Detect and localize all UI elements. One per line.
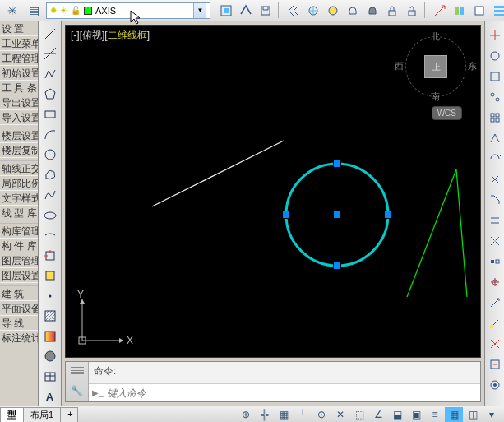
status-ducs-icon[interactable]: ⬓ — [388, 407, 406, 422]
rectangle-tool[interactable] — [40, 105, 60, 123]
menu-item[interactable]: 工程管理 — [0, 51, 38, 66]
region-tool[interactable] — [40, 348, 60, 366]
menu-item[interactable]: 文字样式 — [0, 191, 38, 206]
layer-properties-icon[interactable]: ▤ — [25, 2, 43, 20]
layer-on-icon[interactable] — [344, 2, 362, 20]
layer-tool-b-icon[interactable] — [451, 2, 469, 20]
status-ortho-icon[interactable]: └ — [294, 407, 312, 422]
tab-model[interactable]: 型 — [0, 407, 24, 422]
menu-item[interactable]: 工 具 条 — [0, 81, 38, 95]
viewcube-north[interactable]: 北 — [431, 30, 440, 43]
text-tool[interactable]: A — [40, 388, 60, 406]
status-grid-icon[interactable]: ▦ — [275, 407, 293, 422]
cmd-handle-icon[interactable] — [71, 367, 84, 375]
table-tool[interactable] — [40, 368, 60, 386]
status-infer-icon[interactable]: ⊕ — [237, 407, 255, 422]
point-tool[interactable] — [40, 287, 60, 305]
menu-item[interactable]: 局部比例 — [0, 176, 38, 191]
rtool-13[interactable] — [485, 273, 505, 291]
status-qp-icon[interactable]: ◫ — [464, 407, 482, 422]
rtool-15[interactable] — [485, 314, 505, 332]
menu-item[interactable]: 初始设置 — [0, 66, 38, 81]
status-dyn-icon[interactable]: ▣ — [407, 407, 425, 422]
layer-save-icon[interactable] — [257, 2, 275, 20]
drawing-canvas[interactable]: [-][俯视][二维线框] 上 北 南 西 东 WCS — [65, 25, 481, 358]
status-snap-icon[interactable]: ╬ — [256, 407, 274, 422]
rtool-10[interactable] — [485, 211, 505, 230]
layer-tool-d-icon[interactable] — [490, 2, 504, 20]
arc-tool[interactable] — [40, 126, 60, 144]
ellipse-tool[interactable] — [40, 206, 60, 225]
grip-top[interactable] — [333, 160, 341, 168]
menu-item[interactable]: 导入设置 — [0, 110, 38, 125]
rtool-18[interactable] — [485, 376, 505, 394]
gradient-tool[interactable] — [40, 327, 60, 345]
layer-tool-a-icon[interactable] — [431, 2, 449, 20]
polyline-tool[interactable] — [40, 65, 60, 83]
rtool-2[interactable] — [485, 47, 505, 65]
grip-bottom[interactable] — [333, 262, 341, 270]
drawn-line[interactable] — [148, 137, 288, 211]
status-tpy-icon[interactable]: ▦ — [445, 407, 463, 422]
menu-item[interactable]: 建 筑 — [0, 286, 38, 301]
status-sc-icon[interactable]: ▾ — [483, 407, 501, 422]
wcs-badge[interactable]: WCS — [432, 106, 462, 120]
hatch-tool[interactable] — [40, 307, 60, 325]
layer-dropdown[interactable]: ✹ ☀ 🔓 AXIS ▼ — [46, 2, 210, 19]
layer-match-icon[interactable] — [237, 2, 255, 20]
insert-block-tool[interactable] — [40, 247, 60, 265]
line-tool[interactable] — [40, 25, 60, 43]
rtool-16[interactable] — [485, 335, 505, 353]
layer-prev-icon[interactable] — [284, 2, 303, 20]
rtool-8[interactable] — [485, 170, 505, 188]
make-block-tool[interactable] — [40, 267, 60, 285]
status-3dosnap-icon[interactable]: ⬚ — [350, 407, 368, 422]
layer-thaw-icon[interactable] — [324, 2, 342, 20]
rtool-5[interactable] — [485, 109, 505, 127]
status-otrack-icon[interactable]: ∠ — [369, 407, 387, 422]
xline-tool[interactable] — [40, 45, 60, 63]
layer-off-icon[interactable] — [363, 2, 381, 20]
menu-item[interactable]: 构库管理 — [0, 224, 38, 239]
rtool-14[interactable] — [485, 294, 505, 312]
menu-item[interactable]: 设 置 — [0, 21, 38, 36]
layer-states-icon[interactable] — [217, 2, 235, 20]
polygon-tool[interactable] — [40, 86, 60, 104]
menu-item[interactable]: 导 线 — [0, 316, 38, 331]
spline-tool[interactable] — [40, 186, 60, 204]
status-polar-icon[interactable]: ⊙ — [312, 407, 331, 422]
status-osnap-icon[interactable]: ✕ — [331, 407, 349, 422]
layer-tool-c-icon[interactable] — [470, 2, 488, 20]
layer-unlock-icon[interactable] — [403, 2, 421, 20]
rtool-11[interactable] — [485, 232, 505, 250]
rtool-12[interactable] — [485, 253, 505, 271]
rtool-6[interactable] — [485, 129, 505, 147]
tab-add[interactable]: + — [60, 407, 78, 422]
rtool-17[interactable] — [485, 355, 505, 373]
menu-item[interactable]: 线 型 库 — [0, 206, 38, 220]
rtool-1[interactable] — [485, 26, 505, 44]
viewcube-east[interactable]: 东 — [468, 60, 477, 72]
rtool-3[interactable] — [485, 67, 505, 86]
menu-item[interactable]: 平面设备 — [0, 301, 38, 316]
layer-lock-icon[interactable] — [383, 2, 401, 20]
grip-center[interactable] — [333, 211, 341, 219]
menu-item[interactable]: 图层管理 — [0, 253, 38, 268]
grip-right[interactable] — [384, 211, 392, 219]
revcloud-tool[interactable] — [40, 166, 60, 184]
menu-item[interactable]: 构 件 库 — [0, 239, 38, 253]
rtool-9[interactable] — [485, 191, 505, 209]
unsaved-layer-icon[interactable]: ✳ — [3, 2, 21, 20]
menu-item[interactable]: 导出设置 — [0, 95, 38, 110]
grip-left[interactable] — [282, 211, 290, 219]
menu-item[interactable]: 轴线正交 — [0, 161, 38, 176]
menu-item[interactable]: 楼层复制 — [0, 143, 38, 158]
viewcube-west[interactable]: 西 — [395, 60, 404, 72]
command-input-row[interactable]: ▶_ — [89, 383, 480, 401]
ellipse-arc-tool[interactable] — [40, 226, 60, 244]
circle-tool[interactable] — [40, 146, 60, 164]
menu-item[interactable]: 图层设置 — [0, 268, 38, 283]
rtool-7[interactable] — [485, 150, 505, 168]
layer-freeze-icon[interactable] — [304, 2, 322, 20]
viewcube-south[interactable]: 南 — [431, 90, 440, 103]
